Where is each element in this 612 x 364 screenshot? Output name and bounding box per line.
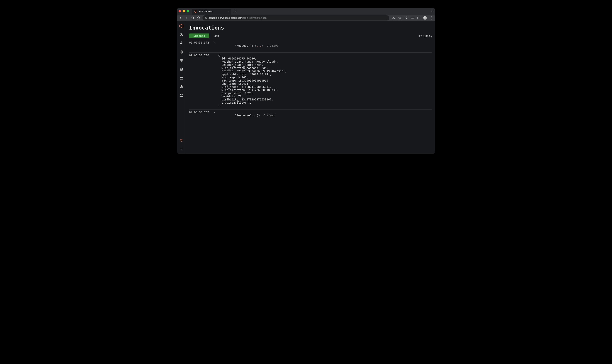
browser-tab-title: SST Console <box>199 10 212 13</box>
reload-button[interactable] <box>191 16 194 20</box>
close-tab-icon[interactable]: × <box>227 10 229 13</box>
profile-avatar[interactable] <box>423 16 427 20</box>
sidebar-logo-icon[interactable] <box>179 24 183 28</box>
new-tab-button[interactable]: + <box>233 9 237 13</box>
browser-window: SST Console × + console.serverless-stack… <box>177 8 435 154</box>
svg-point-22 <box>181 140 182 141</box>
reading-list-icon[interactable] <box>411 16 414 20</box>
expand-caret-icon[interactable]: ▸ <box>214 41 216 44</box>
replay-button[interactable]: Replay <box>419 34 432 38</box>
svg-point-18 <box>180 87 180 88</box>
sidebar-item-stacks[interactable] <box>179 33 183 37</box>
replay-label: Replay <box>423 34 432 38</box>
log-row-request[interactable]: 09:05:31.372 ▸ "Request" : {...} 9 items <box>189 40 432 52</box>
browser-tab[interactable]: SST Console × <box>192 9 231 14</box>
svg-point-3 <box>431 16 432 17</box>
page-title: Invocations <box>189 25 432 31</box>
svg-point-15 <box>182 86 183 86</box>
share-icon[interactable] <box>392 16 395 20</box>
forward-button[interactable] <box>185 16 188 20</box>
sidebar <box>177 21 186 154</box>
close-window-button[interactable] <box>179 10 181 13</box>
sidebar-collapse-icon[interactable] <box>179 147 183 151</box>
sidebar-item-database[interactable] <box>179 67 183 71</box>
svg-rect-1 <box>418 17 420 19</box>
url-host: console.serverless-stack.com <box>209 16 242 19</box>
url-path: /cron-job/manitej/local <box>242 16 267 19</box>
log-content: "Response" : {} 0 items <box>218 111 275 120</box>
kebab-menu-icon[interactable] <box>430 16 433 20</box>
log-row-body: 09:05:33.736 { id: 6654734275444736, wea… <box>189 52 432 109</box>
svg-point-4 <box>431 17 432 18</box>
main-content: Invocations Success Job Replay 09:05:31.… <box>186 21 435 154</box>
sidebar-item-tables[interactable] <box>179 59 183 63</box>
log-content: { id: 6654734275444736, weather_state_na… <box>218 54 286 107</box>
svg-point-16 <box>182 87 183 88</box>
window-controls <box>179 10 189 13</box>
svg-point-5 <box>431 19 432 19</box>
theme-toggle-icon[interactable] <box>179 138 183 142</box>
browser-address-bar: console.serverless-stack.com/cron-job/ma… <box>177 14 435 21</box>
back-button[interactable] <box>179 16 182 20</box>
bookmark-star-icon[interactable] <box>398 16 402 20</box>
home-button[interactable] <box>197 16 200 20</box>
browser-tabstrip: SST Console × + <box>177 8 435 14</box>
svg-point-20 <box>180 94 181 95</box>
svg-rect-12 <box>180 77 182 78</box>
favicon-icon <box>194 10 197 13</box>
lock-icon <box>205 17 207 19</box>
url-input[interactable]: console.serverless-stack.com/cron-job/ma… <box>203 15 389 21</box>
side-panel-icon[interactable] <box>417 16 421 20</box>
log-timestamp: 09:05:31.372 <box>189 41 211 44</box>
sidebar-item-buckets[interactable] <box>179 76 183 80</box>
svg-point-17 <box>181 88 181 88</box>
extensions-icon[interactable] <box>404 16 408 20</box>
status-badge: Success <box>189 34 209 38</box>
svg-point-21 <box>181 94 182 95</box>
expand-caret-icon[interactable]: ▸ <box>214 111 216 114</box>
maximize-window-button[interactable] <box>187 10 189 13</box>
sidebar-item-graphql[interactable] <box>179 85 183 89</box>
svg-rect-11 <box>180 78 183 79</box>
svg-point-14 <box>181 85 181 86</box>
log-timestamp: 09:05:33.736 <box>189 54 211 57</box>
svg-point-10 <box>180 68 183 69</box>
svg-point-19 <box>180 86 180 86</box>
sidebar-item-functions[interactable] <box>179 41 183 45</box>
minimize-window-button[interactable] <box>183 10 185 13</box>
sidebar-item-api[interactable] <box>179 50 183 54</box>
log-row-response[interactable]: 09:05:33.767 ▸ "Response" : {} 0 items <box>189 109 432 121</box>
log-content: "Request" : {...} 9 items <box>218 41 278 51</box>
app-root: Invocations Success Job Replay 09:05:31.… <box>177 21 435 154</box>
job-label: Job <box>215 34 219 38</box>
log-timestamp: 09:05:33.767 <box>189 111 211 114</box>
invocation-header: Success Job Replay <box>189 34 432 38</box>
sidebar-item-cognito[interactable] <box>179 93 183 97</box>
replay-icon <box>419 35 422 37</box>
window-menu-chevron-icon[interactable] <box>430 10 433 13</box>
svg-rect-0 <box>205 18 206 19</box>
